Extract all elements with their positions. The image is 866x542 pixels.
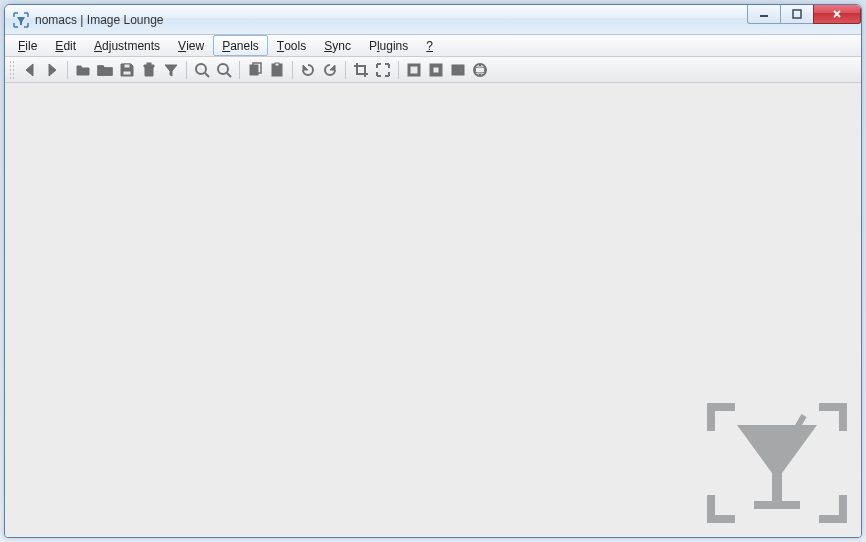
- menu-edit[interactable]: Edit: [46, 35, 85, 56]
- menu-plugins[interactable]: Plugins: [360, 35, 417, 56]
- zoom-out-icon: [216, 62, 232, 78]
- svg-rect-5: [839, 403, 847, 431]
- actual-size-button[interactable]: [447, 59, 469, 81]
- svg-rect-1: [793, 10, 801, 18]
- nomacs-logo-watermark: [707, 403, 847, 523]
- previous-button[interactable]: [19, 59, 41, 81]
- previous-icon: [22, 62, 38, 78]
- rotate-cw-icon: [322, 62, 338, 78]
- svg-rect-9: [839, 495, 847, 523]
- open-folder-button[interactable]: [94, 59, 116, 81]
- crop-button[interactable]: [350, 59, 372, 81]
- toolbar-separator: [186, 61, 187, 79]
- next-icon: [44, 62, 60, 78]
- fullscreen-button[interactable]: [372, 59, 394, 81]
- fit-100-button[interactable]: [425, 59, 447, 81]
- delete-button[interactable]: [138, 59, 160, 81]
- close-button[interactable]: [813, 4, 861, 24]
- toolbar-separator: [398, 61, 399, 79]
- toolbar-separator: [239, 61, 240, 79]
- menu-adjustments[interactable]: Adjustments: [85, 35, 169, 56]
- actual-size-icon: [450, 62, 466, 78]
- save-icon: [119, 62, 135, 78]
- open-file-icon: [75, 62, 91, 78]
- toolbar-separator: [345, 61, 346, 79]
- toolbar: [5, 57, 861, 83]
- svg-rect-7: [707, 495, 715, 523]
- menu-sync[interactable]: Sync: [315, 35, 360, 56]
- zoom-in-icon: [194, 62, 210, 78]
- toolbar-separator: [292, 61, 293, 79]
- window-title: nomacs | Image Lounge: [35, 13, 164, 27]
- filter-icon: [163, 62, 179, 78]
- maximize-button[interactable]: [780, 4, 814, 24]
- toolbar-separator: [67, 61, 68, 79]
- menu-view[interactable]: View: [169, 35, 213, 56]
- menu-tools[interactable]: Tools: [268, 35, 315, 56]
- rotate-cw-button[interactable]: [319, 59, 341, 81]
- menu-file[interactable]: File: [9, 35, 46, 56]
- svg-rect-0: [760, 15, 768, 17]
- copy-icon: [247, 62, 263, 78]
- delete-icon: [141, 62, 157, 78]
- menu-?[interactable]: ?: [417, 35, 442, 56]
- next-button[interactable]: [41, 59, 63, 81]
- svg-rect-3: [707, 403, 715, 431]
- fit-window-icon: [406, 62, 422, 78]
- gps-button[interactable]: [469, 59, 491, 81]
- fit-window-button[interactable]: [403, 59, 425, 81]
- save-button[interactable]: [116, 59, 138, 81]
- minimize-button[interactable]: [747, 4, 781, 24]
- titlebar[interactable]: nomacs | Image Lounge: [5, 5, 861, 35]
- filter-button[interactable]: [160, 59, 182, 81]
- open-file-button[interactable]: [72, 59, 94, 81]
- crop-icon: [353, 62, 369, 78]
- window-controls: [748, 4, 861, 24]
- app-window: nomacs | Image Lounge FileEditAdjustment…: [4, 4, 862, 538]
- gps-icon: [472, 62, 488, 78]
- open-folder-icon: [97, 62, 113, 78]
- paste-button[interactable]: [266, 59, 288, 81]
- image-canvas[interactable]: [5, 83, 861, 537]
- rotate-ccw-icon: [300, 62, 316, 78]
- menu-panels[interactable]: Panels: [213, 35, 268, 56]
- paste-icon: [269, 62, 285, 78]
- app-icon: [13, 12, 29, 28]
- rotate-ccw-button[interactable]: [297, 59, 319, 81]
- toolbar-grip[interactable]: [9, 60, 15, 80]
- fullscreen-icon: [375, 62, 391, 78]
- menubar: FileEditAdjustmentsViewPanelsToolsSyncPl…: [5, 35, 861, 57]
- zoom-in-button[interactable]: [191, 59, 213, 81]
- zoom-out-button[interactable]: [213, 59, 235, 81]
- fit-100-icon: [428, 62, 444, 78]
- copy-button[interactable]: [244, 59, 266, 81]
